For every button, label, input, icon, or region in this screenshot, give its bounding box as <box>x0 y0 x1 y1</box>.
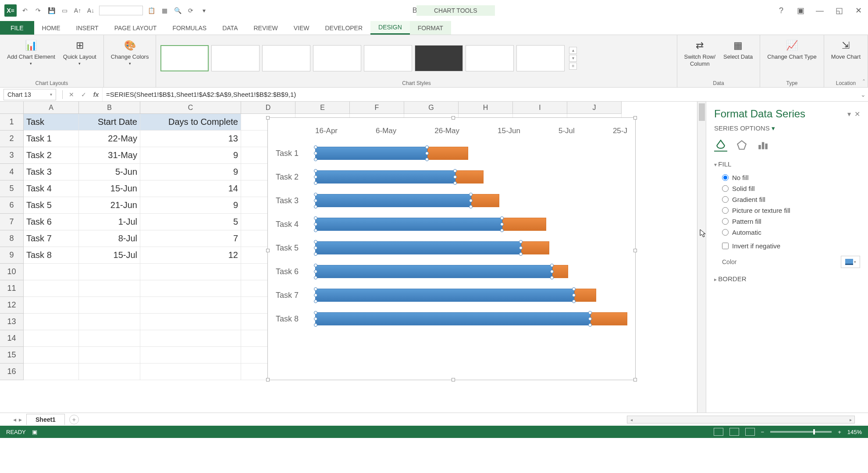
cell[interactable] <box>140 364 241 380</box>
cell[interactable]: 9 <box>140 164 241 180</box>
tab-developer[interactable]: DEVELOPER <box>317 21 370 35</box>
zoom-level[interactable]: 145% <box>847 429 862 435</box>
close-button[interactable]: ✕ <box>853 5 864 16</box>
cell[interactable]: Days to Complete <box>140 114 241 131</box>
chart-bar-series2[interactable] <box>455 170 484 184</box>
cell[interactable]: Task 3 <box>24 164 79 180</box>
tab-data[interactable]: DATA <box>214 21 245 35</box>
sheet-nav-prev[interactable]: ◂ <box>13 416 16 423</box>
chart-bar-series1[interactable] <box>315 241 521 254</box>
worksheet[interactable]: A B C D E F G H I J 1TaskStart DateDays … <box>0 102 697 413</box>
cell[interactable] <box>140 314 241 330</box>
chart-bar-series2[interactable] <box>591 312 627 325</box>
formula-input[interactable]: =SERIES(Sheet1!$B$1,Sheet1!$A$2:$A$9,She… <box>102 88 858 101</box>
chart-style-7[interactable] <box>466 45 514 71</box>
chart-bar-row[interactable]: Task 4 <box>276 212 627 236</box>
chart-bar-series1[interactable] <box>315 289 574 302</box>
chart-style-1[interactable] <box>160 45 209 71</box>
chart-bar-series2[interactable] <box>552 265 568 278</box>
cell[interactable]: 7 <box>140 230 241 247</box>
chart-bar-series1[interactable] <box>315 312 591 325</box>
styles-more[interactable]: ≡ <box>569 63 577 70</box>
color-picker-button[interactable]: ▾ <box>841 256 860 268</box>
row-header[interactable]: 9 <box>0 247 24 264</box>
qat-more-button[interactable]: ▾ <box>199 6 209 15</box>
cell[interactable] <box>140 330 241 347</box>
select-all-corner[interactable] <box>0 102 24 114</box>
name-box[interactable]: Chart 13▾ <box>4 89 56 100</box>
cell[interactable]: Task 6 <box>24 214 79 230</box>
tab-insert[interactable]: INSERT <box>68 21 107 35</box>
fill-option-picture[interactable]: Picture or texture fill <box>714 205 860 216</box>
pane-close-button[interactable]: ✕ <box>854 110 860 118</box>
row-header[interactable]: 15 <box>0 347 24 364</box>
select-data-button[interactable]: ▦Select Data <box>721 37 755 62</box>
add-sheet-button[interactable]: + <box>69 415 79 424</box>
row-header[interactable]: 6 <box>0 197 24 214</box>
pane-options-button[interactable]: ▾ <box>847 110 851 118</box>
chart-bar-row[interactable]: Task 8 <box>276 307 627 331</box>
fill-option-pattern[interactable]: Pattern fill <box>714 216 860 227</box>
view-page-layout-button[interactable] <box>729 428 739 436</box>
chart-bar-series2[interactable] <box>574 289 596 302</box>
chart-bar-row[interactable]: Task 3 <box>276 189 627 212</box>
font-dec-icon[interactable]: A↓ <box>86 6 96 15</box>
chart-style-4[interactable] <box>313 45 361 71</box>
tab-formulas[interactable]: FORMULAS <box>164 21 214 35</box>
chart-bar-row[interactable]: Task 5 <box>276 236 627 260</box>
fill-option-gradient[interactable]: Gradient fill <box>714 194 860 205</box>
chart-style-6[interactable] <box>415 45 463 71</box>
col-header-J[interactable]: J <box>567 102 622 114</box>
redo-button[interactable]: ↷ <box>33 6 43 15</box>
border-section-header[interactable]: BORDER <box>714 275 860 282</box>
row-header[interactable]: 12 <box>0 297 24 314</box>
cell[interactable]: 15-Jul <box>79 247 140 264</box>
fill-line-tab[interactable] <box>714 138 727 152</box>
sheet-tab-sheet1[interactable]: Sheet1 <box>26 414 65 425</box>
view-page-break-button[interactable] <box>745 428 755 436</box>
zoom-out-button[interactable]: − <box>761 429 765 435</box>
chart-bar-series1[interactable] <box>315 170 455 184</box>
row-header[interactable]: 4 <box>0 164 24 180</box>
cell[interactable] <box>140 280 241 297</box>
cell[interactable] <box>24 264 79 280</box>
fill-option-solid[interactable]: Solid fill <box>714 183 860 194</box>
col-header-F[interactable]: F <box>350 102 404 114</box>
undo-button[interactable]: ↶ <box>20 6 30 15</box>
series-options-tab[interactable] <box>756 138 769 152</box>
paste-button[interactable]: 📋 <box>146 6 156 15</box>
fill-option-no-fill[interactable]: No fill <box>714 172 860 183</box>
cell[interactable]: Start Date <box>79 114 140 131</box>
col-header-B[interactable]: B <box>79 102 140 114</box>
cell[interactable]: 22-May <box>79 131 140 147</box>
cell[interactable]: 14 <box>140 180 241 197</box>
chart-bar-series1[interactable] <box>315 194 471 207</box>
tab-home[interactable]: HOME <box>34 21 68 35</box>
cell[interactable]: 8-Jul <box>79 230 140 247</box>
chart-bar-row[interactable]: Task 7 <box>276 283 627 307</box>
cell[interactable] <box>79 264 140 280</box>
cell[interactable] <box>79 364 140 380</box>
switch-row-column-button[interactable]: ⇄Switch Row/ Column <box>682 37 719 69</box>
add-chart-element-button[interactable]: 📊Add Chart Element▾ <box>4 37 58 67</box>
cell[interactable] <box>24 297 79 314</box>
view-normal-button[interactable] <box>714 428 723 436</box>
row-header[interactable]: 10 <box>0 264 24 280</box>
col-header-A[interactable]: A <box>24 102 79 114</box>
zoom-in-button[interactable]: + <box>838 429 841 435</box>
row-header[interactable]: 5 <box>0 180 24 197</box>
tab-file[interactable]: FILE <box>0 21 34 35</box>
chart-bar-series1[interactable] <box>315 218 502 231</box>
tab-format[interactable]: FORMAT <box>410 21 451 35</box>
tab-view[interactable]: VIEW <box>286 21 317 35</box>
cell[interactable] <box>79 330 140 347</box>
refresh-button[interactable]: ⟳ <box>186 6 196 15</box>
chart-bar-row[interactable]: Task 1 <box>276 141 627 165</box>
minimize-button[interactable]: — <box>815 5 825 16</box>
cell[interactable]: 12 <box>140 247 241 264</box>
row-header[interactable]: 1 <box>0 114 24 131</box>
styles-scroll-up[interactable]: ▴ <box>569 47 577 54</box>
change-chart-type-button[interactable]: 📈Change Chart Type <box>765 37 819 62</box>
row-header[interactable]: 14 <box>0 330 24 347</box>
save-button[interactable]: 💾 <box>46 6 56 15</box>
